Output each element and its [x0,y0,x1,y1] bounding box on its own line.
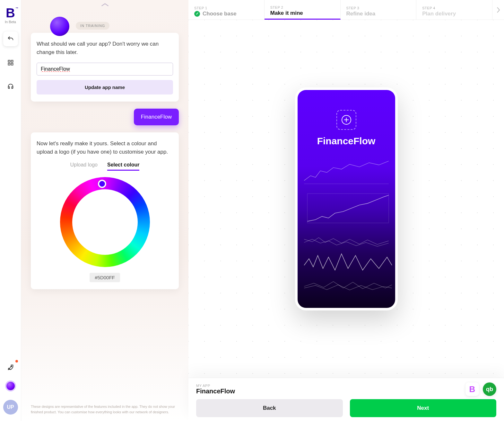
chevron-right-icon [496,7,500,13]
svg-point-4 [11,366,12,367]
step-title: Make it mine [270,10,303,16]
chat-panel: IN TRAINING What should we call your app… [21,0,188,421]
main-area: STEP 1 ✓ Choose base STEP 2 Make it mine… [188,0,504,421]
disclaimer-text: These designs are representative of the … [31,404,179,415]
plus-circle-icon [342,115,351,125]
brand-mark: B [6,6,15,20]
next-button[interactable]: Next [350,399,497,417]
step-label: STEP 4 [422,6,486,10]
grid-icon [7,59,14,66]
step-plan-delivery[interactable]: STEP 4 Plan delivery [416,0,492,20]
brand-logo: B™ [6,6,15,19]
add-logo-placeholder[interactable] [336,110,356,130]
quickbooks-logo-icon: qb [483,382,496,396]
stepper-next[interactable] [492,0,504,20]
assistant-orb-icon [50,17,69,36]
hex-value[interactable]: #5D00FF [90,273,120,282]
undo-button[interactable] [3,31,18,46]
step-label: STEP 1 [194,6,258,10]
hue-picker-handle[interactable] [98,180,106,188]
notification-dot [15,359,19,363]
tab-select-colour[interactable]: Select colour [107,162,139,171]
phone-screen: FinanceFlow [298,90,395,308]
saturation-disc[interactable] [79,196,131,248]
back-button[interactable]: Back [196,399,343,417]
name-prompt: What should we call your app? Don't worr… [37,40,173,57]
builder-logo-icon: B [465,382,479,396]
check-icon: ✓ [194,11,200,17]
assistant-header: IN TRAINING [31,10,179,30]
headset-icon [7,83,14,90]
theme-orb[interactable] [6,382,15,390]
step-label: STEP 3 [346,6,411,10]
brand-tm: ™ [15,7,18,10]
undo-icon [7,35,14,42]
avatar-initials: UP [7,404,14,410]
colour-picker: #5D00FF [37,177,173,282]
footer-title: FinanceFlow [196,388,465,395]
app-name-card: What should we call your app? Don't worr… [31,33,179,102]
collapse-handle[interactable] [31,0,179,7]
step-title: Plan delivery [422,11,456,17]
svg-rect-2 [8,63,10,65]
footer-logos: B qb [465,382,496,396]
step-make-it-mine[interactable]: STEP 2 Make it mine [265,0,341,20]
user-message: FinanceFlow [134,109,179,125]
user-avatar[interactable]: UP [3,400,18,415]
preview-canvas[interactable]: FinanceFlow [188,20,504,378]
svg-rect-6 [307,193,388,223]
left-rail: B™ In Beta UP [0,0,21,421]
brand-subtitle: In Beta [5,20,16,24]
training-badge: IN TRAINING [76,22,109,30]
rocket-icon [7,364,14,371]
stepper: STEP 1 ✓ Choose base STEP 2 Make it mine… [188,0,504,20]
footer-bar: MY APP FinanceFlow B qb Back Next [188,378,504,421]
inner-picker-handle[interactable] [102,219,108,225]
footer-label: MY APP [196,384,465,388]
svg-rect-3 [11,63,13,65]
chevron-up-icon [100,3,109,7]
footer-info: MY APP FinanceFlow [196,384,465,395]
phone-frame: FinanceFlow [295,87,398,310]
step-choose-base[interactable]: STEP 1 ✓ Choose base [188,0,265,20]
support-button[interactable] [3,79,18,94]
colour-prompt: Now let's really make it yours. Select a… [37,139,173,157]
tab-upload-logo[interactable]: Upload logo [70,162,98,171]
step-label: STEP 2 [270,5,335,9]
svg-rect-1 [11,60,13,62]
update-name-button[interactable]: Update app name [37,80,173,94]
apps-button[interactable] [3,55,18,70]
launch-button[interactable] [3,360,18,375]
hue-ring[interactable] [60,177,150,267]
step-refine-idea[interactable]: STEP 3 Refine idea [341,0,417,20]
customise-tabs: Upload logo Select colour [37,162,173,171]
decorative-charts-icon [298,158,395,295]
preview-app-title: FinanceFlow [317,136,376,147]
app-name-input[interactable] [37,63,173,76]
step-title: Choose base [203,11,237,17]
customise-card: Now let's really make it yours. Select a… [31,132,179,290]
step-title: Refine idea [346,11,376,17]
svg-rect-0 [8,60,10,62]
